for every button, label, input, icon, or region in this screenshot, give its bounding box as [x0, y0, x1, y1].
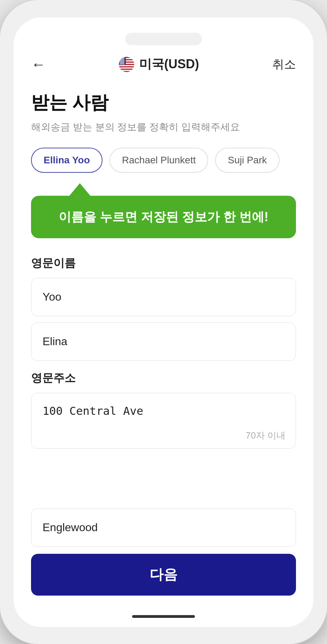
last-name-input[interactable] [31, 278, 296, 316]
svg-point-29 [121, 61, 121, 62]
svg-point-28 [120, 61, 120, 62]
svg-point-31 [123, 61, 123, 62]
svg-point-17 [122, 58, 123, 59]
char-limit-label: 70자 이내 [246, 429, 286, 442]
chip-suji-park[interactable]: Suji Park [215, 148, 279, 173]
svg-point-19 [120, 59, 120, 60]
svg-point-15 [120, 58, 121, 59]
phone-screen: ← [14, 17, 313, 627]
svg-point-12 [122, 57, 122, 58]
content-area: 받는 사람 해외송금 받는 분의 정보를 정확히 입력해주세요 Ellina Y… [14, 80, 313, 509]
bottom-area: 다음 [14, 509, 313, 606]
svg-point-41 [124, 63, 124, 64]
tooltip-arrow [69, 183, 90, 196]
phone-shell: ← [0, 0, 327, 644]
chip-rachael-plunkett[interactable]: Rachael Plunkett [109, 148, 208, 173]
svg-point-32 [124, 61, 124, 62]
svg-point-24 [120, 60, 121, 61]
cancel-button[interactable]: 취소 [272, 56, 296, 72]
svg-point-20 [121, 59, 121, 60]
city-input[interactable] [31, 509, 296, 547]
svg-point-14 [124, 57, 124, 58]
tooltip-container: 이름을 누르면 저장된 정보가 한 번에! [31, 183, 296, 238]
us-flag-icon [119, 57, 134, 72]
first-name-input[interactable] [31, 323, 296, 361]
svg-point-38 [121, 63, 121, 64]
svg-point-21 [122, 59, 122, 60]
page-title: 받는 사람 [31, 91, 296, 115]
svg-point-33 [120, 62, 121, 63]
status-bar [14, 17, 313, 49]
name-section-label: 영문이름 [31, 256, 296, 271]
svg-rect-7 [119, 67, 134, 68]
tooltip-box: 이름을 누르면 저장된 정보가 한 번에! [31, 196, 296, 238]
nav-title: 미국(USD) [119, 56, 199, 73]
svg-point-22 [123, 59, 123, 60]
svg-point-35 [122, 62, 123, 63]
page-subtitle: 해외송금 받는 분의 정보를 정확히 입력해주세요 [31, 121, 296, 134]
svg-point-30 [122, 61, 122, 62]
home-indicator [14, 606, 313, 627]
svg-point-26 [122, 60, 123, 61]
svg-point-10 [120, 57, 120, 58]
svg-point-36 [123, 62, 124, 63]
svg-point-13 [123, 57, 123, 58]
svg-point-39 [122, 63, 122, 64]
svg-point-25 [121, 60, 122, 61]
svg-rect-6 [119, 65, 134, 66]
svg-point-18 [123, 58, 124, 59]
svg-point-37 [120, 63, 120, 64]
address-field-container: 100 Central Ave 70자 이내 [31, 393, 296, 450]
svg-point-11 [121, 57, 121, 58]
svg-rect-8 [119, 70, 134, 71]
recipient-chips: Ellina Yoo Rachael Plunkett Suji Park [31, 148, 296, 173]
chip-ellina-yoo[interactable]: Ellina Yoo [31, 148, 102, 173]
address-section-label: 영문주소 [31, 371, 296, 386]
nav-title-text: 미국(USD) [139, 56, 199, 73]
home-bar [132, 615, 195, 618]
next-button[interactable]: 다음 [31, 554, 296, 596]
svg-point-16 [121, 58, 122, 59]
nav-bar: ← [14, 49, 313, 80]
svg-point-40 [123, 63, 123, 64]
back-button[interactable]: ← [31, 56, 46, 73]
svg-point-27 [123, 60, 124, 61]
svg-point-34 [121, 62, 122, 63]
notch [125, 33, 202, 45]
svg-point-23 [124, 59, 124, 60]
